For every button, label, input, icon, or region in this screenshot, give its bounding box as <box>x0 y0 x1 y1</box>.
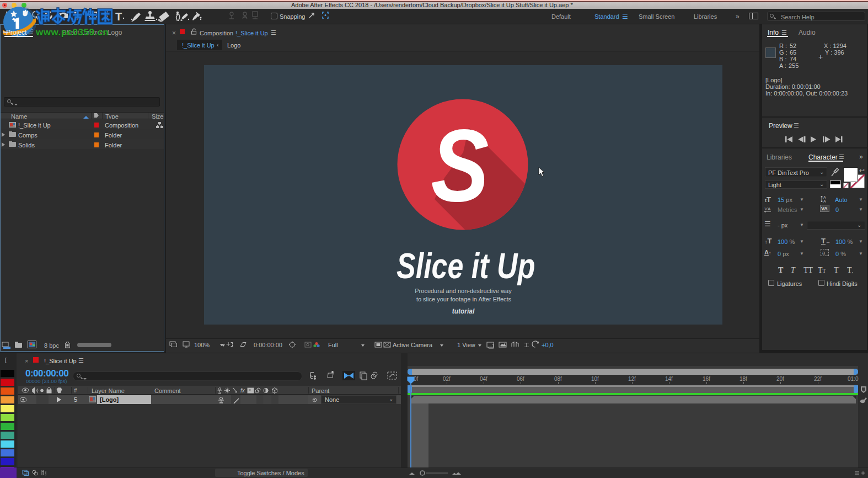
svg-text:#: # <box>74 387 77 394</box>
svg-text:S: S <box>431 108 489 223</box>
svg-text:A: A <box>823 195 826 199</box>
svg-text:fx: fx <box>240 387 245 394</box>
svg-text:T: T <box>115 10 122 23</box>
svg-text:A: A <box>823 199 826 203</box>
svg-text:A: A <box>768 206 771 211</box>
